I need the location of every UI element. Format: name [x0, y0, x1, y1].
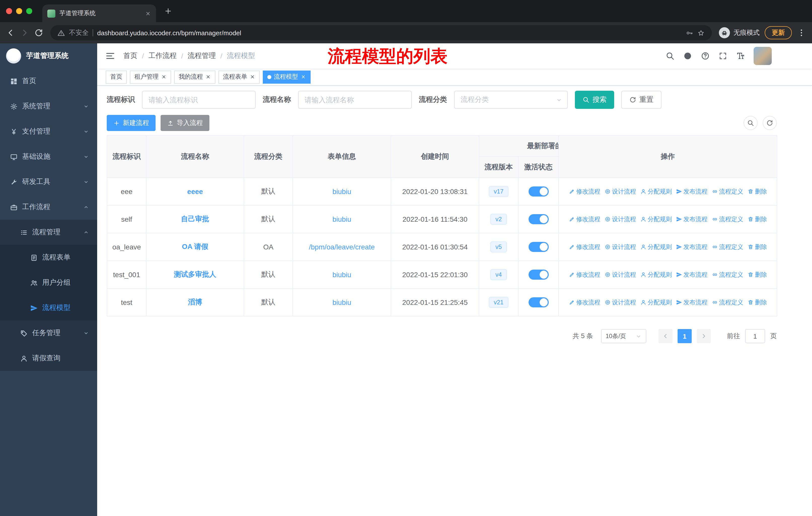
help-icon[interactable] [701, 51, 710, 60]
search-icon[interactable] [666, 51, 674, 60]
tags-view-item[interactable]: 首页 [106, 70, 127, 83]
close-icon[interactable] [205, 74, 211, 80]
form-link[interactable]: biubiu [332, 271, 351, 279]
active-toggle[interactable] [528, 186, 548, 196]
goto-page-input[interactable] [745, 329, 765, 343]
import-process-button[interactable]: 导入流程 [161, 115, 209, 131]
close-icon[interactable] [161, 74, 167, 80]
sidebar-item-user-group[interactable]: 用户分组 [0, 270, 97, 295]
sidebar-item-process-form[interactable]: 流程表单 [0, 245, 97, 270]
action-trash[interactable]: 删除 [747, 243, 767, 251]
hamburger-icon[interactable] [105, 51, 115, 61]
action-target[interactable]: 设计流程 [604, 187, 636, 196]
tab-close-icon[interactable] [145, 10, 151, 17]
breadcrumb-item[interactable]: 首页 [123, 51, 138, 60]
next-page-button[interactable] [697, 329, 711, 343]
sidebar-item-payment[interactable]: 支付管理 [0, 119, 97, 144]
process-name-link[interactable]: OA 请假 [182, 242, 208, 250]
sidebar-item-home[interactable]: 首页 [0, 69, 97, 94]
action-send[interactable]: 发布流程 [676, 215, 707, 223]
address-bar[interactable]: 不安全 dashboard.yudao.iocoder.cn/bpm/manag… [50, 25, 712, 40]
font-size-icon[interactable] [736, 51, 745, 60]
table-search-toggle-button[interactable] [744, 116, 758, 130]
active-toggle[interactable] [528, 242, 548, 252]
browser-menu-icon[interactable] [797, 28, 806, 37]
action-user[interactable]: 分配规则 [640, 215, 672, 223]
action-edit[interactable]: 修改流程 [569, 187, 600, 196]
sidebar-item-workflow[interactable]: 工作流程 [0, 194, 97, 220]
form-link[interactable]: biubiu [332, 215, 351, 223]
search-button[interactable]: 搜索 [575, 91, 614, 109]
tags-view-item[interactable]: 我的流程 [174, 70, 215, 83]
page-size-select[interactable]: 10条/页 [601, 329, 646, 343]
action-send[interactable]: 发布流程 [676, 298, 707, 307]
action-send[interactable]: 发布流程 [676, 270, 707, 279]
action-edit[interactable]: 修改流程 [569, 270, 600, 279]
breadcrumb-item[interactable]: 流程模型 [227, 51, 255, 60]
reset-button[interactable]: 重置 [621, 91, 662, 109]
process-name-link[interactable]: 滔博 [188, 298, 202, 306]
filter-key-input[interactable] [142, 91, 256, 109]
form-link[interactable]: /bpm/oa/leave/create [309, 243, 375, 251]
action-send[interactable]: 发布流程 [676, 187, 707, 196]
action-target[interactable]: 设计流程 [604, 270, 636, 279]
action-edit[interactable]: 修改流程 [569, 243, 600, 251]
action-send[interactable]: 发布流程 [676, 243, 707, 251]
action-user[interactable]: 分配规则 [640, 243, 672, 251]
action-trash[interactable]: 删除 [747, 187, 767, 196]
action-trash[interactable]: 删除 [747, 215, 767, 223]
key-icon[interactable] [686, 29, 693, 36]
filter-category-select[interactable]: 流程分类 [454, 91, 568, 109]
sidebar-item-infra[interactable]: 基础设施 [0, 144, 97, 169]
tags-view-item[interactable]: 流程表单 [219, 70, 260, 83]
action-link[interactable]: 流程定义 [712, 243, 743, 251]
breadcrumb-item[interactable]: 流程管理 [188, 51, 216, 60]
action-link[interactable]: 流程定义 [712, 270, 743, 279]
close-window-button[interactable] [6, 8, 12, 14]
action-edit[interactable]: 修改流程 [569, 298, 600, 307]
tags-view-item[interactable]: 租户管理 [130, 70, 171, 83]
action-link[interactable]: 流程定义 [712, 298, 743, 307]
action-target[interactable]: 设计流程 [604, 243, 636, 251]
action-user[interactable]: 分配规则 [640, 187, 672, 196]
action-link[interactable]: 流程定义 [712, 215, 743, 223]
form-link[interactable]: biubiu [332, 187, 351, 195]
browser-tab[interactable]: 芋道管理系统 [42, 4, 156, 22]
table-refresh-button[interactable] [763, 116, 777, 130]
sidebar-item-system[interactable]: 系统管理 [0, 94, 97, 119]
active-toggle[interactable] [528, 214, 548, 224]
minimize-window-button[interactable] [16, 8, 22, 14]
action-target[interactable]: 设计流程 [604, 215, 636, 223]
action-user[interactable]: 分配规则 [640, 270, 672, 279]
action-edit[interactable]: 修改流程 [569, 215, 600, 223]
action-link[interactable]: 流程定义 [712, 187, 743, 196]
filter-name-input[interactable] [298, 91, 412, 109]
tags-view-item[interactable]: 流程模型 [263, 70, 311, 83]
sidebar-item-devtools[interactable]: 研发工具 [0, 169, 97, 194]
close-icon[interactable] [250, 74, 255, 80]
sidebar-item-task-manage[interactable]: 任务管理 [0, 321, 97, 346]
security-label[interactable]: 不安全 [69, 28, 89, 37]
action-target[interactable]: 设计流程 [604, 298, 636, 307]
app-logo[interactable]: 芋道管理系统 [0, 43, 97, 69]
bookmark-star-icon[interactable] [697, 29, 705, 36]
breadcrumb-item[interactable]: 工作流程 [148, 51, 177, 60]
form-link[interactable]: biubiu [332, 298, 351, 306]
sidebar-item-process-manage[interactable]: 流程管理 [0, 220, 97, 245]
sidebar-item-process-model[interactable]: 流程模型 [0, 295, 97, 321]
github-icon[interactable] [683, 51, 692, 60]
reload-button[interactable] [34, 28, 43, 37]
sidebar-item-leave-query[interactable]: 请假查询 [0, 346, 97, 371]
avatar[interactable] [754, 47, 772, 65]
process-name-link[interactable]: 测试多审批人 [174, 270, 216, 278]
update-button[interactable]: 更新 [765, 26, 792, 39]
process-name-link[interactable]: eeee [187, 187, 203, 195]
close-icon[interactable] [300, 74, 306, 80]
action-user[interactable]: 分配规则 [640, 298, 672, 307]
back-button[interactable] [6, 28, 15, 37]
action-trash[interactable]: 删除 [747, 270, 767, 279]
fullscreen-icon[interactable] [718, 51, 727, 60]
active-toggle[interactable] [528, 270, 548, 280]
prev-page-button[interactable] [659, 329, 672, 343]
create-process-button[interactable]: 新建流程 [107, 115, 155, 131]
